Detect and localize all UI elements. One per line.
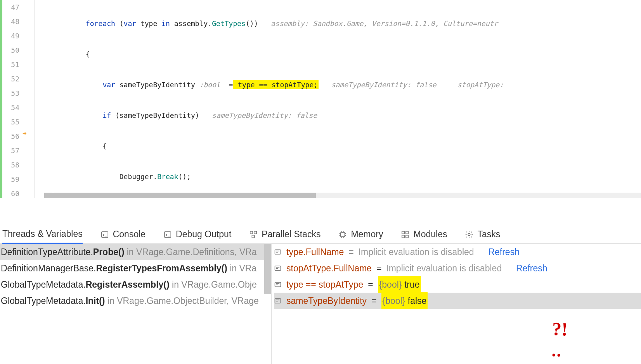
- svg-rect-14: [275, 298, 281, 303]
- debug-output-icon: [163, 230, 172, 239]
- svg-point-10: [468, 233, 471, 236]
- watch-expression[interactable]: type.FullName = Implicit evaluation is d…: [274, 244, 641, 260]
- tab-memory[interactable]: Memory: [338, 225, 383, 244]
- watch-icon: [274, 248, 282, 256]
- watch-icon: [274, 281, 282, 288]
- stack-frame[interactable]: GlobalTypeMetadata.RegisterAssembly() in…: [0, 276, 271, 293]
- execution-pointer-icon: ➔: [23, 129, 27, 137]
- execution-marker-column: ➔: [22, 0, 33, 198]
- tab-debug-output[interactable]: Debug Output: [163, 225, 231, 244]
- tab-parallel-stacks[interactable]: Parallel Stacks: [249, 225, 320, 244]
- horizontal-scrollbar[interactable]: [44, 193, 641, 198]
- tab-modules[interactable]: Modules: [401, 225, 447, 244]
- line-number-gutter: 47 48 49 50 51 52 53 54 55 56 57 58 59 6…: [2, 0, 22, 198]
- highlighted-value: {bool} false: [381, 292, 428, 309]
- highlighted-expression: type == stopAtType;: [233, 80, 319, 89]
- code-area[interactable]: foreach (var type in assembly.GetTypes()…: [61, 0, 641, 198]
- handwritten-annotation: ?!: [551, 318, 568, 361]
- watch-expression[interactable]: type == stopAtType = {bool} true: [274, 276, 641, 293]
- watch-expression[interactable]: sameTypeByIdentity = {bool} false: [274, 293, 641, 309]
- svg-rect-5: [341, 232, 345, 236]
- modules-icon: [401, 230, 409, 239]
- stack-frame[interactable]: DefinitionManagerBase.RegisterTypesFromA…: [0, 260, 271, 276]
- svg-rect-11: [275, 250, 281, 254]
- svg-rect-2: [250, 231, 253, 233]
- code-editor[interactable]: 47 48 49 50 51 52 53 54 55 56 57 58 59 6…: [0, 0, 641, 198]
- svg-rect-1: [165, 231, 171, 237]
- memory-icon: [338, 230, 347, 239]
- parallel-stacks-icon: [249, 230, 258, 239]
- console-icon: [100, 230, 109, 239]
- svg-rect-13: [275, 282, 281, 287]
- svg-rect-12: [275, 266, 281, 271]
- svg-rect-0: [101, 231, 108, 237]
- stack-frame[interactable]: GlobalTypeMetadata.Init() in VRage.Game.…: [0, 293, 271, 309]
- watches-panel[interactable]: type.FullName = Implicit evaluation is d…: [272, 244, 641, 364]
- tab-threads-variables[interactable]: Threads & Variables: [2, 225, 83, 244]
- callstack-scrollbar[interactable]: [264, 244, 271, 294]
- svg-rect-6: [402, 231, 404, 233]
- debug-tool-window: Threads & Variables Console Debug Output…: [0, 198, 641, 364]
- scrollbar-thumb[interactable]: [44, 193, 316, 198]
- watch-icon: [274, 297, 282, 305]
- watch-icon: [274, 264, 282, 272]
- refresh-link[interactable]: Refresh: [488, 244, 520, 260]
- svg-rect-8: [402, 235, 404, 237]
- svg-rect-4: [252, 235, 255, 237]
- svg-rect-3: [254, 231, 256, 233]
- refresh-link[interactable]: Refresh: [516, 260, 547, 276]
- tab-console[interactable]: Console: [100, 225, 146, 244]
- svg-rect-7: [406, 231, 408, 233]
- tab-tasks[interactable]: Tasks: [465, 225, 500, 244]
- svg-rect-9: [406, 235, 408, 237]
- stack-frame[interactable]: DefinitionTypeAttribute.Probe() in VRage…: [0, 244, 271, 260]
- highlighted-value: {bool} true: [378, 276, 421, 293]
- tasks-icon: [465, 230, 473, 239]
- indent-guides: [33, 0, 61, 198]
- debug-tabs: Threads & Variables Console Debug Output…: [0, 225, 641, 244]
- watch-expression[interactable]: stopAtType.FullName = Implicit evaluatio…: [274, 260, 641, 276]
- call-stack-panel[interactable]: DefinitionTypeAttribute.Probe() in VRage…: [0, 244, 272, 364]
